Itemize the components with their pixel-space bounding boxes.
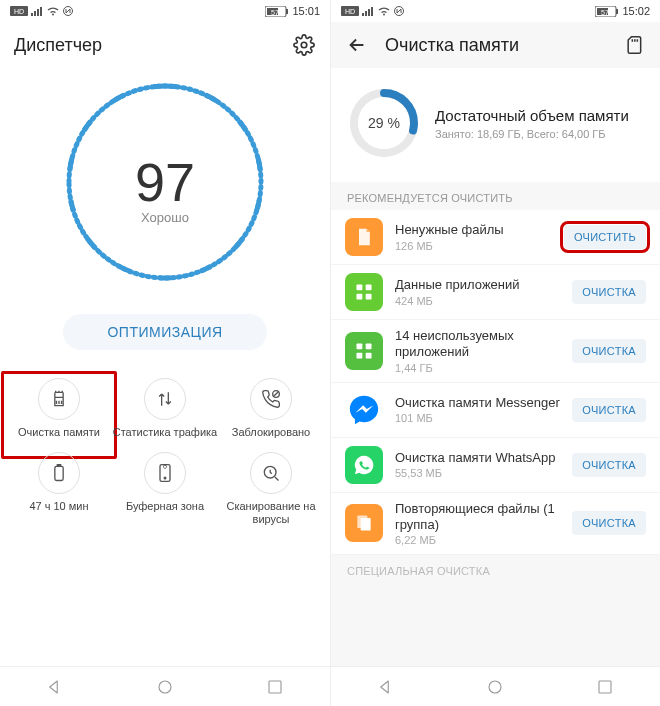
- row-duplicate-files[interactable]: Повторяющиеся файлы (1 группа) 6,22 МБ О…: [331, 493, 660, 556]
- header: Диспетчер: [0, 22, 330, 68]
- row-size: 126 МБ: [395, 240, 552, 252]
- battery-icon: [49, 463, 69, 483]
- svg-rect-33: [357, 352, 363, 358]
- feature-battery[interactable]: 47 ч 10 мин: [6, 452, 112, 526]
- memory-detail: Занято: 18,69 ГБ, Всего: 64,00 ГБ: [435, 128, 644, 140]
- settings-button[interactable]: [292, 33, 316, 57]
- svg-rect-34: [366, 352, 372, 358]
- memory-summary: 29 % Достаточный объем памяти Занято: 18…: [331, 68, 660, 182]
- svg-text:HD: HD: [14, 8, 24, 15]
- scan-icon: [261, 463, 281, 483]
- nav-home[interactable]: [145, 667, 185, 707]
- row-whatsapp[interactable]: Очистка памяти WhatsApp 55,53 МБ ОЧИСТКА: [331, 438, 660, 493]
- page-title: Очистка памяти: [385, 35, 519, 56]
- row-size: 55,53 МБ: [395, 467, 560, 479]
- feature-label: Статистика трафика: [113, 426, 217, 452]
- screen-manager: HD 57 15:01 Диспетчер 97 Хорошо: [0, 0, 330, 706]
- section-header-recommend: РЕКОМЕНДУЕТСЯ ОЧИСТИТЬ: [331, 182, 660, 210]
- row-app-data[interactable]: Данные приложений 424 МБ ОЧИСТКА: [331, 265, 660, 320]
- row-unused-apps[interactable]: 14 неиспользуемых приложений 1,44 ГБ ОЧИ…: [331, 320, 660, 383]
- arrow-left-icon: [346, 34, 368, 56]
- nfc-icon: [394, 6, 404, 16]
- back-button[interactable]: [345, 33, 369, 57]
- svg-point-38: [489, 681, 501, 693]
- clean-button[interactable]: ОЧИСТКА: [572, 511, 646, 535]
- optimize-button[interactable]: ОПТИМИЗАЦИЯ: [63, 314, 266, 350]
- signal-icon: [362, 6, 374, 16]
- score-label: Хорошо: [141, 210, 189, 225]
- row-title: Повторяющиеся файлы (1 группа): [395, 501, 560, 534]
- feature-traffic-stats[interactable]: Статистика трафика: [112, 378, 218, 452]
- row-title: Ненужные файлы: [395, 222, 552, 238]
- copy-icon: [354, 513, 374, 533]
- feature-label: Очистка памяти: [18, 426, 100, 452]
- svg-text:57: 57: [602, 9, 610, 16]
- navbar: [0, 666, 330, 706]
- wifi-icon: [377, 6, 391, 16]
- nav-recent[interactable]: [585, 667, 625, 707]
- phone-shield-icon: [155, 463, 175, 483]
- feature-clean-memory[interactable]: Очистка памяти: [1, 371, 117, 459]
- row-junk-files[interactable]: Ненужные файлы 126 МБ ОЧИСТИТЬ: [331, 210, 660, 265]
- svg-rect-39: [599, 681, 611, 693]
- battery-icon: 57: [595, 6, 619, 17]
- signal-icon: [31, 6, 43, 16]
- clock: 15:01: [292, 5, 320, 17]
- clock: 15:02: [622, 5, 650, 17]
- svg-rect-10: [55, 392, 63, 397]
- gear-icon: [293, 34, 315, 56]
- feature-virus-scan[interactable]: Сканирование на вирусы: [218, 452, 324, 526]
- memory-donut: 29 %: [347, 86, 421, 160]
- apps-icon: [354, 282, 374, 302]
- svg-rect-32: [366, 343, 372, 349]
- sd-card-button[interactable]: [622, 33, 646, 57]
- nfc-icon: [63, 6, 73, 16]
- messenger-icon: [347, 393, 381, 427]
- row-title: 14 неиспользуемых приложений: [395, 328, 560, 361]
- section-header-special: СПЕЦИАЛЬНАЯ ОЧИСТКА: [331, 555, 660, 583]
- volte-icon: HD: [341, 6, 359, 16]
- svg-text:HD: HD: [345, 8, 355, 15]
- feature-dropzone[interactable]: Буферная зона: [112, 452, 218, 526]
- row-title: Очистка памяти Messenger: [395, 395, 560, 411]
- nav-home[interactable]: [475, 667, 515, 707]
- broom-icon: [49, 389, 69, 409]
- svg-rect-37: [361, 518, 371, 531]
- feature-label: Сканирование на вирусы: [218, 500, 324, 526]
- wifi-icon: [46, 6, 60, 16]
- svg-rect-17: [269, 681, 281, 693]
- clean-button[interactable]: ОЧИСТКА: [572, 280, 646, 304]
- clean-button[interactable]: ОЧИСТКА: [572, 453, 646, 477]
- row-title: Очистка памяти WhatsApp: [395, 450, 560, 466]
- clean-button[interactable]: ОЧИСТКА: [572, 398, 646, 422]
- svg-point-14: [164, 477, 166, 479]
- row-size: 1,44 ГБ: [395, 362, 560, 374]
- navbar: [331, 666, 660, 706]
- svg-text:57: 57: [272, 9, 280, 16]
- clean-button[interactable]: ОЧИСТИТЬ: [564, 225, 646, 249]
- svg-rect-28: [366, 285, 372, 291]
- feature-label: Буферная зона: [126, 500, 204, 526]
- screen-memory-cleanup: HD 57 15:02 Очистка памяти 29 %: [330, 0, 660, 706]
- whatsapp-icon: [353, 454, 375, 476]
- row-size: 6,22 МБ: [395, 534, 560, 546]
- feature-blocked[interactable]: Заблокировано: [218, 378, 324, 452]
- svg-rect-29: [357, 294, 363, 300]
- phone-block-icon: [261, 389, 281, 409]
- updown-icon: [155, 389, 175, 409]
- row-title: Данные приложений: [395, 277, 560, 293]
- row-messenger[interactable]: Очистка памяти Messenger 101 МБ ОЧИСТКА: [331, 383, 660, 438]
- clean-button[interactable]: ОЧИСТКА: [572, 339, 646, 363]
- page-title: Диспетчер: [14, 35, 102, 56]
- nav-back[interactable]: [366, 667, 406, 707]
- nav-back[interactable]: [35, 667, 75, 707]
- nav-recent[interactable]: [255, 667, 295, 707]
- svg-rect-30: [366, 294, 372, 300]
- status-bar: HD 57 15:02: [331, 0, 660, 22]
- score-gauge: 97 Хорошо: [55, 72, 275, 292]
- cleanup-list: Ненужные файлы 126 МБ ОЧИСТИТЬ Данные пр…: [331, 210, 660, 555]
- svg-point-7: [301, 42, 307, 48]
- apps-icon: [354, 341, 374, 361]
- svg-rect-4: [286, 9, 288, 14]
- feature-label: Заблокировано: [232, 426, 310, 452]
